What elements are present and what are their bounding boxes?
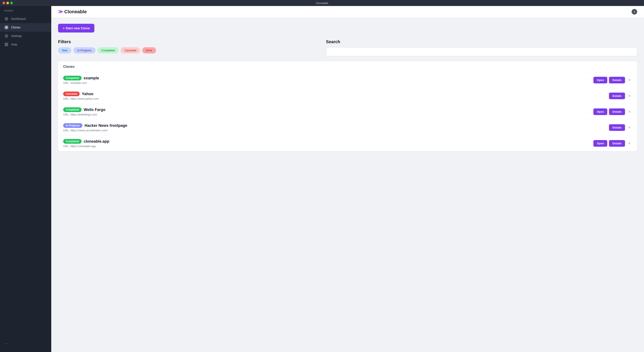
open-button-cloneableapp[interactable]: Open — [594, 140, 607, 147]
details-button-example[interactable]: Details — [609, 77, 625, 83]
clone-info-cloneableapp: Completed cloneable.app URL: https://clo… — [63, 139, 590, 148]
clone-name-cloneableapp: cloneable.app — [84, 139, 109, 144]
filter-pill-new[interactable]: New — [58, 47, 71, 54]
svg-rect-3 — [6, 26, 8, 27]
svg-rect-4 — [5, 28, 6, 29]
clone-url-wellsfargo: URL: https://wellsfargo.com — [63, 113, 590, 116]
close-button-example[interactable]: ✕ — [627, 77, 632, 83]
close-button-yahoo[interactable]: ✕ — [627, 93, 632, 99]
logo-chevron-icon: ≫ — [58, 9, 63, 15]
clone-actions-wellsfargo: Open Details ✕ — [594, 108, 632, 115]
sidebar-item-clones[interactable]: Clones — [0, 23, 51, 32]
sidebar-label-settings: Settings — [11, 34, 22, 38]
info-button[interactable]: i — [632, 9, 637, 15]
svg-rect-8 — [7, 43, 8, 44]
clone-name-row-cloneableapp: Completed cloneable.app — [63, 139, 590, 144]
status-badge-example: Completed — [63, 76, 82, 80]
clone-name-row-wellsfargo: Completed Wells Fargo — [63, 107, 590, 112]
clones-card: Clones Completed example URL: example.co… — [58, 61, 637, 151]
close-traffic-light[interactable] — [2, 2, 5, 4]
clone-info-yahoo: Canceled Yahoo URL: https://www.yahoo.co… — [63, 92, 606, 100]
clone-actions-cloneableapp: Open Details ✕ — [594, 140, 632, 147]
filters-section: Filters New In Progress Completed Cancel… — [58, 39, 318, 54]
filter-pill-canceled[interactable]: Canceled — [121, 47, 140, 54]
sidebar-item-dashboard[interactable]: Dashboard — [0, 15, 51, 23]
close-button-cloneableapp[interactable]: ✕ — [627, 140, 632, 146]
status-badge-hackernews: In Progress — [63, 123, 82, 128]
close-button-wellsfargo[interactable]: ✕ — [627, 109, 632, 115]
window-title: Cloneable — [316, 2, 328, 5]
status-badge-wellsfargo: Completed — [63, 107, 82, 112]
main-content: ≫ Cloneable i + Start new Clone Filters … — [51, 6, 644, 352]
clone-info-wellsfargo: Completed Wells Fargo URL: https://wells… — [63, 107, 590, 116]
clones-icon — [4, 25, 8, 30]
close-button-hackernews[interactable]: ✕ — [627, 125, 632, 130]
back-arrow[interactable]: ← — [4, 341, 8, 346]
sidebar-label-help: Help — [11, 43, 17, 46]
clone-info-example: Completed example URL: example.com — [63, 76, 590, 84]
dashboard-icon — [4, 17, 8, 21]
clone-item-example: Completed example URL: example.com Open … — [58, 72, 637, 88]
clone-url-example: URL: example.com — [63, 81, 590, 84]
start-new-clone-button[interactable]: + Start new Clone — [58, 24, 94, 33]
clone-name-wellsfargo: Wells Fargo — [84, 108, 106, 112]
sidebar: PAGES Dashboard Clones — [0, 6, 51, 352]
details-button-yahoo[interactable]: Details — [609, 93, 625, 99]
clones-card-header: Clones — [58, 61, 637, 72]
topbar: ≫ Cloneable i — [51, 6, 644, 18]
svg-point-0 — [5, 17, 8, 20]
titlebar: Cloneable — [0, 0, 644, 6]
open-button-example[interactable]: Open — [594, 77, 607, 83]
app-logo-text: Cloneable — [64, 9, 87, 15]
app-logo: ≫ Cloneable — [58, 9, 87, 15]
svg-marker-6 — [5, 35, 8, 37]
svg-rect-2 — [5, 26, 6, 27]
filter-pill-inprogress[interactable]: In Progress — [74, 47, 95, 54]
clone-actions-yahoo: Details ✕ — [609, 93, 632, 99]
sidebar-label-dashboard: Dashboard — [11, 17, 26, 21]
clone-name-hackernews: Hacker News frontpage — [84, 123, 127, 128]
clone-actions-hackernews: Details ✕ — [609, 124, 632, 131]
content-area: + Start new Clone Filters New In Progres… — [51, 18, 644, 157]
clone-url-cloneableapp: URL: https://cloneable.app — [63, 144, 590, 148]
status-badge-cloneableapp: Completed — [63, 139, 82, 144]
search-heading: Search — [326, 39, 637, 44]
clone-name-row-yahoo: Canceled Yahoo — [63, 92, 606, 96]
clone-url-hackernews: URL: https://news.ycombinator.com/ — [63, 129, 606, 132]
clone-actions-example: Open Details ✕ — [594, 77, 632, 83]
clone-info-hackernews: In Progress Hacker News frontpage URL: h… — [63, 123, 606, 132]
minimize-traffic-light[interactable] — [6, 2, 9, 4]
svg-rect-10 — [7, 45, 8, 46]
details-button-wellsfargo[interactable]: Details — [609, 108, 625, 115]
svg-rect-9 — [5, 45, 6, 46]
filter-pill-error[interactable]: Error — [142, 47, 156, 54]
details-button-cloneableapp[interactable]: Details — [609, 140, 625, 147]
open-button-wellsfargo[interactable]: Open — [594, 108, 607, 115]
sidebar-item-settings[interactable]: Settings — [0, 32, 51, 40]
clone-name-row-example: Completed example — [63, 76, 590, 80]
sidebar-section-label: PAGES — [0, 10, 51, 15]
traffic-lights — [2, 2, 13, 4]
filter-pill-completed[interactable]: Completed — [98, 47, 119, 54]
settings-icon — [4, 34, 8, 38]
search-section: Search — [326, 39, 637, 56]
help-icon — [4, 42, 8, 47]
clone-item-hackernews: In Progress Hacker News frontpage URL: h… — [58, 120, 637, 136]
sidebar-bottom: ← — [0, 339, 51, 348]
sidebar-label-clones: Clones — [11, 26, 20, 29]
clone-name-yahoo: Yahoo — [82, 92, 93, 96]
clone-item-cloneableapp: Completed cloneable.app URL: https://clo… — [58, 136, 637, 151]
clone-item-yahoo: Canceled Yahoo URL: https://www.yahoo.co… — [58, 88, 637, 104]
details-button-hackernews[interactable]: Details — [609, 124, 625, 131]
clone-name-example: example — [84, 76, 99, 80]
filters-search-row: Filters New In Progress Completed Cancel… — [58, 39, 637, 56]
filter-pills: New In Progress Completed Canceled Error — [58, 47, 318, 54]
filters-heading: Filters — [58, 39, 318, 44]
svg-point-1 — [6, 18, 7, 20]
search-input[interactable] — [326, 47, 637, 56]
status-badge-yahoo: Canceled — [63, 92, 80, 96]
sidebar-item-help[interactable]: Help — [0, 40, 51, 49]
maximize-traffic-light[interactable] — [10, 2, 13, 4]
clone-item-wellsfargo: Completed Wells Fargo URL: https://wells… — [58, 104, 637, 120]
clone-url-yahoo: URL: https://www.yahoo.com — [63, 97, 606, 100]
